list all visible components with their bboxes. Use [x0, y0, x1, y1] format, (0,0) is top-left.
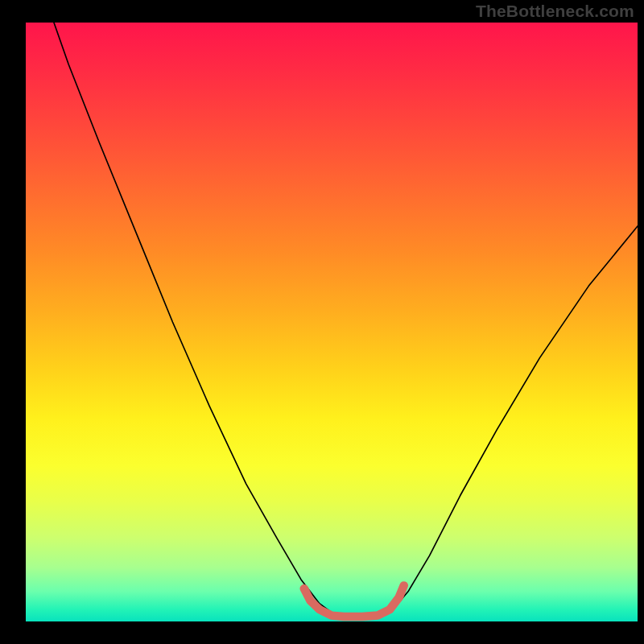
trough-highlight	[304, 585, 404, 617]
curve-layer	[26, 23, 638, 621]
bottleneck-curve	[54, 23, 638, 617]
chart-frame: TheBottleneck.com	[0, 0, 644, 644]
plot-area	[26, 23, 638, 621]
attribution-watermark: TheBottleneck.com	[476, 2, 634, 21]
